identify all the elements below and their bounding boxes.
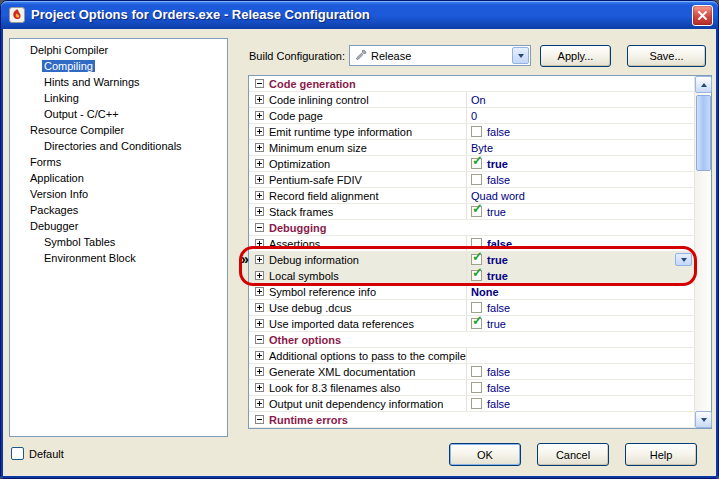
property-row-generate-xml-documentation[interactable]: Generate XML documentationfalse	[249, 364, 694, 380]
expand-glyph-icon[interactable]	[255, 255, 264, 264]
value-checkbox[interactable]: ✓	[471, 158, 482, 169]
category-row-debugging[interactable]: Debugging	[249, 220, 694, 236]
property-grid-rows: Code generationCode inlining controlOnCo…	[249, 76, 694, 428]
collapse-glyph-icon[interactable]	[255, 415, 264, 424]
tree-item-delphi-compiler[interactable]: Delphi Compiler	[10, 43, 227, 59]
property-row-use-debug-dcus[interactable]: Use debug .dcusfalse	[249, 300, 694, 316]
expand-glyph-icon[interactable]	[255, 367, 264, 376]
category-row-code-generation[interactable]: Code generation	[249, 76, 694, 92]
expand-glyph-icon[interactable]	[255, 383, 264, 392]
tree-item-debugger[interactable]: Debugger	[10, 219, 227, 235]
help-button[interactable]: Help	[625, 443, 697, 466]
value-checkbox[interactable]	[471, 238, 482, 249]
tree-item-symbol-tables[interactable]: Symbol Tables	[10, 235, 227, 251]
scroll-up-button[interactable]	[695, 76, 712, 93]
check-icon: ✓	[472, 204, 483, 215]
property-row-symbol-reference-info[interactable]: Symbol reference infoNone	[249, 284, 694, 300]
expand-glyph-icon[interactable]	[255, 127, 264, 136]
default-checkbox-row[interactable]: Default	[11, 447, 64, 460]
expand-glyph-icon[interactable]	[255, 191, 264, 200]
expand-glyph-icon[interactable]	[255, 351, 264, 360]
tree-item-resource-compiler[interactable]: Resource Compiler	[10, 123, 227, 139]
tree-item-label: Linking	[42, 92, 81, 104]
default-checkbox[interactable]	[11, 447, 24, 460]
collapse-glyph-icon[interactable]	[255, 79, 264, 88]
value-checkbox[interactable]: ✓	[471, 318, 482, 329]
apply-button[interactable]: Apply...	[540, 45, 611, 67]
save-button[interactable]: Save...	[627, 45, 706, 67]
value-checkbox[interactable]: ✓	[471, 270, 482, 281]
category-row-runtime-errors[interactable]: Runtime errors	[249, 412, 694, 428]
check-icon: ✓	[472, 252, 483, 263]
property-label: Output unit dependency information	[269, 398, 443, 410]
collapse-glyph-icon[interactable]	[255, 223, 264, 232]
tree-item-environment-block[interactable]: Environment Block	[10, 251, 227, 267]
expand-glyph-icon[interactable]	[255, 111, 264, 120]
scroll-down-button[interactable]	[695, 411, 712, 428]
cancel-button[interactable]: Cancel	[537, 443, 609, 466]
titlebar[interactable]: Project Options for Orders.exe - Release…	[1, 1, 718, 29]
tree-item-linking[interactable]: Linking	[10, 91, 227, 107]
value-checkbox[interactable]	[471, 302, 482, 313]
property-row-output-unit-dependency-information[interactable]: Output unit dependency informationfalse	[249, 396, 694, 412]
tree-item-packages[interactable]: Packages	[10, 203, 227, 219]
tree-item-hints-and-warnings[interactable]: Hints and Warnings	[10, 75, 227, 91]
expand-glyph-icon[interactable]	[255, 319, 264, 328]
property-label: Assertions	[269, 238, 320, 250]
expand-glyph-icon[interactable]	[255, 143, 264, 152]
property-row-code-page[interactable]: Code page0	[249, 108, 694, 124]
expand-glyph-icon[interactable]	[255, 399, 264, 408]
property-value: true	[487, 270, 508, 282]
combo-dropdown-button[interactable]	[512, 47, 529, 64]
property-row-stack-frames[interactable]: Stack frames✓true	[249, 204, 694, 220]
value-checkbox[interactable]	[471, 382, 482, 393]
expand-glyph-icon[interactable]	[255, 207, 264, 216]
tree-item-forms[interactable]: Forms	[10, 155, 227, 171]
property-value: true	[487, 206, 506, 218]
property-row-use-imported-data-references[interactable]: Use imported data references✓true	[249, 316, 694, 332]
property-row-emit-runtime-type-information[interactable]: Emit runtime type informationfalse	[249, 124, 694, 140]
value-checkbox[interactable]	[471, 174, 482, 185]
value-checkbox[interactable]	[471, 126, 482, 137]
grid-scrollbar[interactable]	[694, 76, 711, 428]
property-row-pentium-safe-fdiv[interactable]: Pentium-safe FDIVfalse	[249, 172, 694, 188]
property-row-additional-options-to-pass-to-the-compiler[interactable]: Additional options to pass to the compil…	[249, 348, 694, 364]
collapse-glyph-icon[interactable]	[255, 335, 264, 344]
property-label: Debug information	[269, 254, 359, 266]
property-row-minimum-enum-size[interactable]: Minimum enum sizeByte	[249, 140, 694, 156]
expand-glyph-icon[interactable]	[255, 159, 264, 168]
ok-button[interactable]: OK	[449, 443, 521, 466]
default-label: Default	[29, 448, 64, 460]
tree-item-directories-and-conditionals[interactable]: Directories and Conditionals	[10, 139, 227, 155]
tree-item-version-info[interactable]: Version Info	[10, 187, 227, 203]
expand-glyph-icon[interactable]	[255, 287, 264, 296]
value-dropdown-button[interactable]	[675, 253, 692, 266]
value-checkbox[interactable]	[471, 366, 482, 377]
property-value: false	[487, 302, 510, 314]
tree-item-application[interactable]: Application	[10, 171, 227, 187]
tree-item-label: Forms	[28, 156, 63, 168]
options-tree: Delphi CompilerCompilingHints and Warnin…	[9, 38, 228, 437]
value-checkbox[interactable]: ✓	[471, 206, 482, 217]
property-row-local-symbols[interactable]: Local symbols✓true	[249, 268, 694, 284]
property-value: false	[487, 126, 510, 138]
tree-item-compiling[interactable]: Compiling	[10, 59, 227, 75]
category-row-other-options[interactable]: Other options	[249, 332, 694, 348]
expand-glyph-icon[interactable]	[255, 175, 264, 184]
property-row-look-for-8-3-filenames-also[interactable]: Look for 8.3 filenames alsofalse	[249, 380, 694, 396]
build-config-combo[interactable]: Release	[349, 45, 531, 66]
property-row-record-field-alignment[interactable]: Record field alignmentQuad word	[249, 188, 694, 204]
property-row-code-inlining-control[interactable]: Code inlining controlOn	[249, 92, 694, 108]
tree-item-output-c-c[interactable]: Output - C/C++	[10, 107, 227, 123]
scrollbar-thumb[interactable]	[696, 95, 711, 171]
property-row-assertions[interactable]: Assertionsfalse	[249, 236, 694, 252]
value-checkbox[interactable]	[471, 398, 482, 409]
value-checkbox[interactable]: ✓	[471, 254, 482, 265]
property-row-debug-information[interactable]: Debug information✓true	[249, 252, 694, 268]
expand-glyph-icon[interactable]	[255, 239, 264, 248]
expand-glyph-icon[interactable]	[255, 303, 264, 312]
expand-glyph-icon[interactable]	[255, 271, 264, 280]
property-row-optimization[interactable]: Optimization✓true	[249, 156, 694, 172]
close-button[interactable]	[692, 5, 713, 26]
expand-glyph-icon[interactable]	[255, 95, 264, 104]
